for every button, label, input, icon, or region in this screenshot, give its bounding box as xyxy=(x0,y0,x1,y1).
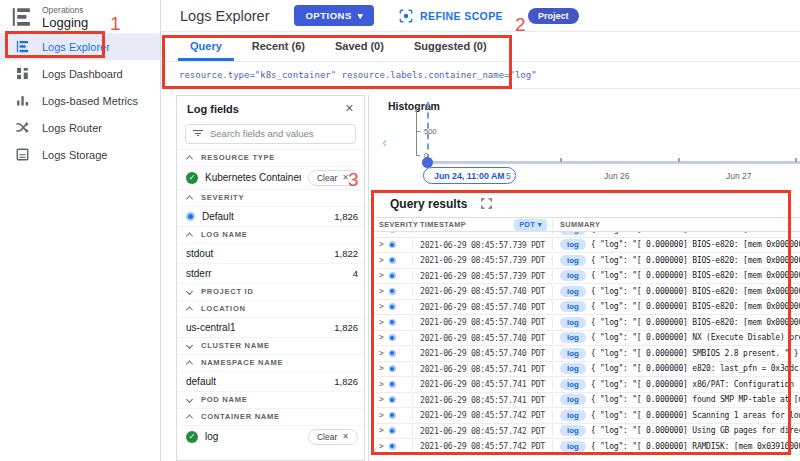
log-entry-row[interactable]: >2021-06-29 08:45:57.741 PDTlog{ "log": … xyxy=(374,393,800,409)
expand-chevron-icon[interactable]: > xyxy=(379,302,384,311)
field-value-stderr[interactable]: stderr 4 xyxy=(177,263,364,283)
log-name-chip[interactable]: log xyxy=(560,301,586,312)
expand-chevron-icon[interactable]: > xyxy=(379,395,384,404)
field-value-log[interactable]: ✓ log Clear✕ xyxy=(177,425,364,448)
x-tick-label: Jun 27 xyxy=(726,171,752,181)
clear-filter-button[interactable]: Clear✕ xyxy=(308,429,358,445)
log-name-chip[interactable]: log xyxy=(560,270,586,281)
options-button-label: OPTIONS xyxy=(305,10,351,21)
expand-chevron-icon[interactable]: > xyxy=(379,256,384,265)
log-name-chip[interactable]: log xyxy=(560,332,586,343)
field-section-log-name[interactable]: LOG NAME xyxy=(177,226,364,243)
tab-suggested[interactable]: Suggested (0) xyxy=(402,33,499,61)
fields-search-input[interactable] xyxy=(185,124,356,144)
expand-chevron-icon[interactable]: > xyxy=(379,287,384,296)
options-button[interactable]: OPTIONS ▾ xyxy=(294,5,374,26)
log-timestamp: 2021-06-29 08:45:57.739 PDT xyxy=(420,271,545,281)
log-entry-row[interactable]: >2021-06-29 08:45:57.739 PDTlog{ "log": … xyxy=(374,269,800,285)
sidebar-item-logs-based-metrics[interactable]: Logs-based Metrics xyxy=(0,87,160,114)
sidebar-item-logs-router[interactable]: Logs Router xyxy=(0,114,160,141)
log-name-chip[interactable]: log xyxy=(560,363,586,374)
log-entry-row[interactable]: >2021-06-29 08:45:57.739 PDTlog{ "log": … xyxy=(374,238,800,254)
log-name-chip[interactable]: log xyxy=(560,441,586,452)
log-entry-row[interactable]: >2021-06-29 08:45:57.740 PDTlog{ "log": … xyxy=(374,331,800,347)
log-timestamp: 2021-06-29 08:45:57.739 PDT xyxy=(420,240,545,250)
sidebar-item-logs-explorer[interactable]: Logs Explorer xyxy=(0,33,160,60)
field-section-resource-type[interactable]: RESOURCE TYPE xyxy=(177,149,364,166)
log-entry-row[interactable]: >2021-06-29 08:45:57.742 PDTlog{ "log": … xyxy=(374,439,800,455)
expand-chevron-icon[interactable]: > xyxy=(379,333,384,342)
log-entry-row[interactable]: >2021-06-29 08:45:57.740 PDTlog{ "log": … xyxy=(374,315,800,331)
expand-chevron-icon[interactable]: > xyxy=(379,349,384,358)
tab-saved[interactable]: Saved (0) xyxy=(323,33,396,61)
results-rows-viewport: >2021-06-29 08:45:57.739 PDTlog{ "log": … xyxy=(374,232,800,461)
field-section-location[interactable]: LOCATION xyxy=(177,300,364,317)
expand-icon[interactable] xyxy=(481,198,492,209)
log-name-chip[interactable]: log xyxy=(560,410,586,421)
field-value-default[interactable]: Default 1,826 xyxy=(177,206,364,226)
log-name-chip[interactable]: log xyxy=(560,348,586,359)
log-entry-row[interactable]: >2021-06-29 08:45:57.739 PDTlog{ "log": … xyxy=(374,253,800,269)
log-summary: { "log": "[ 0.000000] Using GB pages for… xyxy=(591,426,800,435)
log-entry-row[interactable]: >2021-06-29 08:45:57.740 PDTlog{ "log": … xyxy=(374,346,800,362)
log-entry-row[interactable]: >2021-06-29 08:45:57.741 PDTlog{ "log": … xyxy=(374,377,800,393)
field-section-project-id[interactable]: PROJECT ID xyxy=(177,283,364,300)
expand-chevron-icon[interactable]: > xyxy=(379,380,384,389)
log-name-chip[interactable]: log xyxy=(560,379,586,390)
expand-chevron-icon[interactable]: > xyxy=(379,240,384,249)
log-summary: { "log": "[ 0.000000] found SMP MP-table… xyxy=(591,395,800,404)
field-section-container-name[interactable]: CONTAINER NAME xyxy=(177,408,364,425)
sidebar-item-label: Logs Storage xyxy=(42,149,107,161)
log-summary: { "log": "[ 0.000000] e820: last_pfn = 0… xyxy=(591,364,800,373)
log-name-chip[interactable]: log xyxy=(560,255,586,266)
field-section-namespace-name[interactable]: NAMESPACE NAME xyxy=(177,354,364,371)
expand-chevron-icon[interactable]: > xyxy=(379,232,384,234)
field-value-stdout[interactable]: stdout 1,822 xyxy=(177,243,364,263)
log-name-chip[interactable]: log xyxy=(560,232,586,235)
log-summary: { "log": "[ 0.000000] BIOS-e820: [mem 0x… xyxy=(591,318,800,327)
field-section-severity[interactable]: SEVERITY xyxy=(177,189,364,206)
selected-time-pill[interactable]: Jun 24, 11:00 AM xyxy=(423,167,516,184)
refine-scope-button[interactable]: REFINE SCOPE xyxy=(399,9,503,23)
histogram-timeline[interactable] xyxy=(425,161,800,164)
log-name-chip[interactable]: log xyxy=(560,317,586,328)
expand-chevron-icon[interactable]: > xyxy=(379,271,384,280)
expand-chevron-icon[interactable]: > xyxy=(379,426,384,435)
field-value-us-central1[interactable]: us-central1 1,826 xyxy=(177,317,364,337)
expand-chevron-icon[interactable]: > xyxy=(379,318,384,327)
log-name-chip[interactable]: log xyxy=(560,239,586,250)
expand-chevron-icon[interactable]: > xyxy=(379,442,384,451)
query-editor[interactable]: resource.type="k8s_container" resource.l… xyxy=(161,62,800,89)
sidebar-item-logs-storage[interactable]: Logs Storage xyxy=(0,141,160,168)
query-text[interactable]: resource.type="k8s_container" resource.l… xyxy=(179,70,537,80)
log-name-chip[interactable]: log xyxy=(560,425,586,436)
expand-chevron-icon[interactable]: > xyxy=(379,364,384,373)
col-timestamp: TIMESTAMP xyxy=(420,220,466,229)
severity-default-icon xyxy=(389,272,396,279)
chevron-left-icon[interactable]: ‹ xyxy=(382,133,387,150)
log-name-chip[interactable]: log xyxy=(560,286,586,297)
field-value-namespace-default[interactable]: default 1,826 xyxy=(177,371,364,391)
field-section-cluster-name[interactable]: CLUSTER NAME xyxy=(177,337,364,354)
log-timestamp: 2021-06-29 08:45:57.739 PDT xyxy=(420,232,545,234)
field-value-kubernetes-container[interactable]: ✓ Kubernetes Container Clear✕ xyxy=(177,166,364,189)
timezone-selector[interactable]: PDT ▾ xyxy=(514,219,547,231)
log-entry-row[interactable]: >2021-06-29 08:45:57.740 PDTlog{ "log": … xyxy=(374,284,800,300)
log-entry-row[interactable]: >2021-06-29 08:45:57.741 PDTlog{ "log": … xyxy=(374,362,800,378)
log-timestamp: 2021-06-29 08:45:57.740 PDT xyxy=(420,286,545,296)
product-name: Logging xyxy=(42,15,88,30)
sidebar-item-logs-dashboard[interactable]: Logs Dashboard xyxy=(0,60,160,87)
caret-down-icon: ▾ xyxy=(538,220,542,229)
close-icon[interactable]: ✕ xyxy=(345,102,354,115)
log-entry-row[interactable]: >2021-06-29 08:45:57.742 PDTlog{ "log": … xyxy=(374,408,800,424)
tab-recent[interactable]: Recent (6) xyxy=(240,33,317,61)
severity-default-icon xyxy=(389,241,396,248)
log-name-chip[interactable]: log xyxy=(560,394,586,405)
tab-query[interactable]: Query xyxy=(178,33,234,61)
clear-filter-button[interactable]: Clear✕ xyxy=(308,170,358,186)
log-entry-row[interactable]: >2021-06-29 08:45:57.742 PDTlog{ "log": … xyxy=(374,424,800,440)
field-section-pod-name[interactable]: POD NAME xyxy=(177,391,364,408)
log-entry-row[interactable]: >2021-06-29 08:45:57.740 PDTlog{ "log": … xyxy=(374,300,800,316)
scope-badge[interactable]: Project xyxy=(528,8,579,24)
expand-chevron-icon[interactable]: > xyxy=(379,411,384,420)
